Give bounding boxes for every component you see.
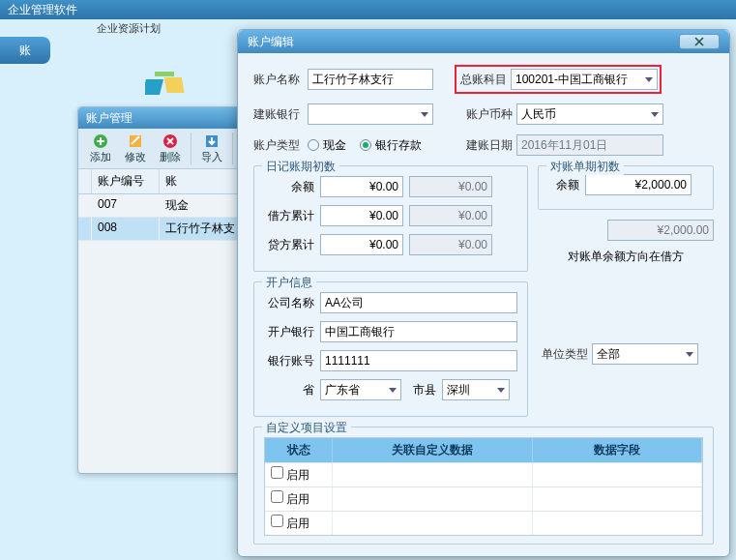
label-account-name: 账户名称 [253,72,308,88]
account-name-input[interactable] [308,69,433,90]
enable-checkbox[interactable] [271,466,283,479]
books-icon [145,68,188,103]
journal-credit-input[interactable] [320,234,403,255]
label-recon-balance: 余额 [546,177,579,193]
delete-button[interactable]: 删除 [154,133,187,164]
label-open-bank: 建账银行 [253,106,308,123]
label-province: 省 [264,382,314,398]
fieldset-recon-initial: 对账单期初数 余额 [538,165,714,210]
legend-recon: 对账单期初数 [546,159,624,175]
radio-bank-deposit[interactable]: 银行存款 [360,137,422,154]
label-opening-bank: 开户银行 [264,324,314,340]
fieldset-custom-items: 自定义项目设置 状态 关联自定义数据 数据字段 启用 启用 启用 [253,427,714,545]
currency-combo[interactable]: 人民币 [516,103,663,125]
enable-checkbox[interactable] [271,515,283,527]
label-open-date: 建账日期 [462,137,516,154]
edit-button[interactable]: 修改 [119,133,152,164]
enable-checkbox[interactable] [271,490,283,503]
svg-rect-2 [155,72,174,76]
recon-balance-input[interactable] [585,174,692,195]
add-button[interactable]: 添加 [84,133,117,164]
custom-item-row[interactable]: 启用 [265,486,702,511]
journal-balance-alt [409,176,492,197]
dialog-title: 账户编辑 [248,30,294,53]
legend-custom: 自定义项目设置 [262,420,351,436]
label-city: 市县 [407,382,436,398]
close-icon [693,37,705,46]
col-no: 账户编号 [92,169,160,193]
label-gl-subject: 总账科目 [458,72,511,88]
app-title-bar: 企业管理软件 [0,0,736,19]
custom-item-row[interactable]: 启用 [265,462,702,486]
label-credit: 贷方累计 [264,237,314,253]
radio-cash[interactable]: 现金 [308,137,346,154]
open-bank-combo[interactable] [308,103,433,125]
bank-acct-input[interactable] [320,350,517,371]
label-unit-type: 单位类型 [538,346,592,363]
divider [232,133,233,164]
label-account-type: 账户类型 [253,137,308,154]
label-bank-acct: 银行账号 [264,353,314,369]
legend-journal: 日记账期初数 [262,159,339,175]
fieldset-open-info: 开户信息 公司名称 开户银行 银行账号 省 广东省 市县 深圳 [253,281,528,417]
svg-rect-1 [164,77,185,93]
close-button[interactable] [679,34,720,49]
label-currency: 账户币种 [462,106,516,123]
opening-bank-input[interactable] [320,321,517,342]
label-balance: 余额 [264,179,314,195]
custom-items-header: 状态 关联自定义数据 数据字段 [265,438,702,462]
custom-item-row[interactable]: 启用 [265,511,702,535]
highlight-gl-subject: 总账科目 100201-中国工商银行 [455,65,662,94]
label-company: 公司名称 [264,295,314,311]
unit-type-combo[interactable]: 全部 [592,343,698,365]
journal-credit-alt [409,234,492,255]
gl-subject-combo[interactable]: 100201-中国工商银行 [511,69,658,90]
dialog-title-bar: 账户编辑 [238,30,729,53]
dialog-account-edit: 账户编辑 账户名称 总账科目 100201-中国工商银行 建账银行 账户币种 人… [237,29,730,557]
fieldset-journal-initial: 日记账期初数 余额 借方累计 贷方累计 [253,165,528,272]
recon-balance-alt [607,220,714,241]
open-date-input [516,134,663,156]
custom-items-table: 状态 关联自定义数据 数据字段 启用 启用 启用 [264,437,703,536]
import-button[interactable]: 导入 [195,133,228,164]
journal-debit-input[interactable] [320,205,403,226]
app-title: 企业管理软件 [8,2,77,18]
label-debit: 借方累计 [264,208,314,224]
divider [191,133,191,164]
svg-rect-0 [145,79,163,95]
company-input[interactable] [320,292,517,313]
recon-direction-text: 对账单余额方向在借方 [538,249,714,265]
journal-balance-input[interactable] [320,176,403,197]
legend-open-info: 开户信息 [262,275,316,291]
side-tab-account[interactable]: 账 [0,37,50,64]
city-combo[interactable]: 深圳 [442,379,510,400]
province-combo[interactable]: 广东省 [320,379,401,400]
journal-debit-alt [409,205,492,226]
